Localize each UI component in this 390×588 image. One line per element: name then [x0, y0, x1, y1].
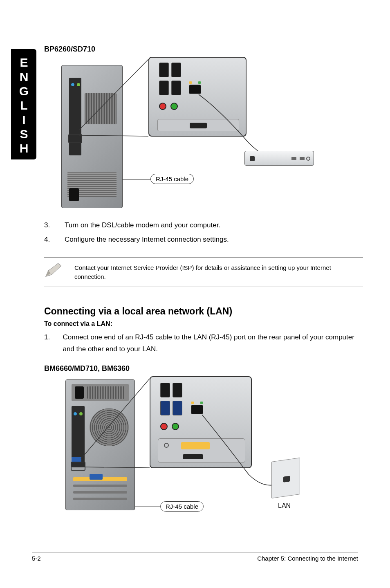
modem-device — [244, 151, 314, 166]
diagram-1: RJ-45 cable — [44, 57, 363, 212]
rj45-cable-callout: RJ-45 cable — [160, 501, 204, 512]
page-content: BP6260/SD710 — [44, 45, 363, 515]
model-heading-1: BP6260/SD710 — [44, 45, 363, 54]
note-text: Contact your Internet Service Provider (… — [74, 258, 363, 287]
step-item: 3. Turn on the DSL/cable modem and your … — [44, 220, 363, 231]
svg-line-2 — [81, 379, 150, 459]
step-text: Configure the necessary Internet connect… — [65, 234, 229, 246]
pencil-icon — [44, 258, 67, 287]
modem-icon — [300, 157, 305, 160]
step-list-2: 1. Connect one end of an RJ-45 cable to … — [44, 332, 363, 355]
lan-jack — [283, 476, 290, 483]
diagram-2: LAN RJ-45 cable — [44, 376, 363, 515]
step-number: 1. — [44, 332, 50, 355]
svg-line-1 — [79, 135, 148, 136]
step-text: Turn on the DSL/cable modem and your com… — [65, 220, 220, 231]
chapter-title: Chapter 5: Connecting to the Internet — [257, 555, 358, 562]
step-number: 4. — [44, 234, 52, 246]
modem-power-icon — [306, 157, 310, 161]
lan-wall-plate — [271, 458, 300, 498]
zoom-lines — [44, 57, 363, 212]
zoom-lines — [44, 376, 363, 515]
lan-label: LAN — [278, 502, 291, 509]
lan-subheading: To connect via a LAN: — [44, 320, 363, 328]
model-heading-2: BM6660/MD710, BM6360 — [44, 364, 363, 373]
lan-heading: Connecting via a local area network (LAN… — [44, 306, 363, 317]
modem-icon — [291, 157, 296, 160]
svg-line-3 — [81, 467, 150, 468]
language-tab: ENGLISH — [11, 49, 36, 159]
step-number: 3. — [44, 220, 52, 231]
page-footer: 5-2 Chapter 5: Connecting to the Interne… — [32, 552, 358, 562]
page-number: 5-2 — [32, 555, 41, 562]
note-block: Contact your Internet Service Provider (… — [44, 257, 363, 287]
rj45-cable-callout: RJ-45 cable — [150, 174, 194, 184]
step-list-1: 3. Turn on the DSL/cable modem and your … — [44, 220, 363, 246]
step-item: 1. Connect one end of an RJ-45 cable to … — [44, 332, 363, 355]
svg-line-0 — [79, 59, 148, 130]
step-item: 4. Configure the necessary Internet conn… — [44, 234, 363, 246]
step-text: Connect one end of an RJ-45 cable to the… — [63, 332, 363, 355]
modem-port — [250, 156, 255, 161]
